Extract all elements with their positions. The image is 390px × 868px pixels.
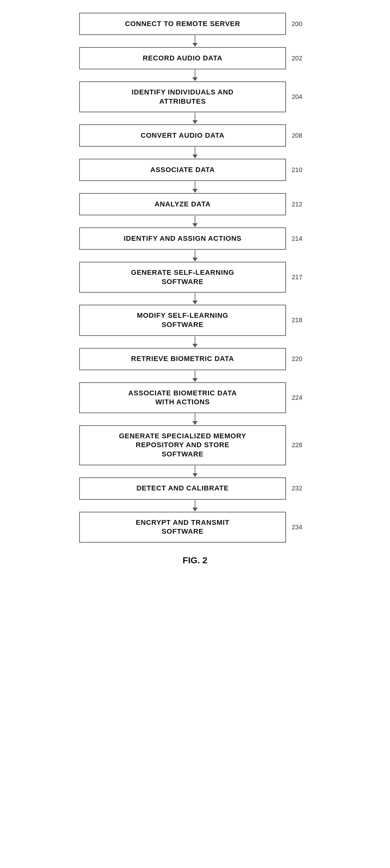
arrow-step-202 [52,69,338,82]
step-220: RETRIEVE BIOMETRIC DATA220 [52,348,338,370]
step-212: ANALYZE DATA212 [52,193,338,215]
step-210: ASSOCIATE DATA210 [52,159,338,181]
flowchart: CONNECT TO REMOTE SERVER200RECORD AUDIO … [52,13,338,542]
arrow-step-210 [52,181,338,193]
arrow-step-200 [52,35,338,47]
step-202: RECORD AUDIO DATA202 [52,47,338,69]
step-214: IDENTIFY AND ASSIGN ACTIONS214 [52,227,338,250]
step-232: DETECT AND CALIBRATE232 [52,477,338,500]
arrow-step-218 [52,336,338,348]
arrow-step-232 [52,500,338,512]
arrow-step-228 [52,465,338,477]
step-208: CONVERT AUDIO DATA208 [52,124,338,147]
step-200: CONNECT TO REMOTE SERVER200 [52,13,338,35]
arrow-step-212 [52,215,338,227]
step-234: ENCRYPT AND TRANSMITSOFTWARE234 [52,512,338,542]
step-228: GENERATE SPECIALIZED MEMORYREPOSITORY AN… [52,425,338,465]
arrow-step-224 [52,413,338,425]
arrow-step-214 [52,250,338,262]
step-217: GENERATE SELF-LEARNINGSOFTWARE217 [52,262,338,292]
arrow-step-217 [52,292,338,305]
arrow-step-220 [52,370,338,382]
step-204: IDENTIFY INDIVIDUALS ANDATTRIBUTES204 [52,82,338,112]
step-218: MODIFY SELF-LEARNINGSOFTWARE218 [52,305,338,336]
figure-label: FIG. 2 [183,555,207,565]
arrow-step-204 [52,112,338,124]
step-224: ASSOCIATE BIOMETRIC DATAWITH ACTIONS224 [52,382,338,413]
arrow-step-208 [52,147,338,159]
